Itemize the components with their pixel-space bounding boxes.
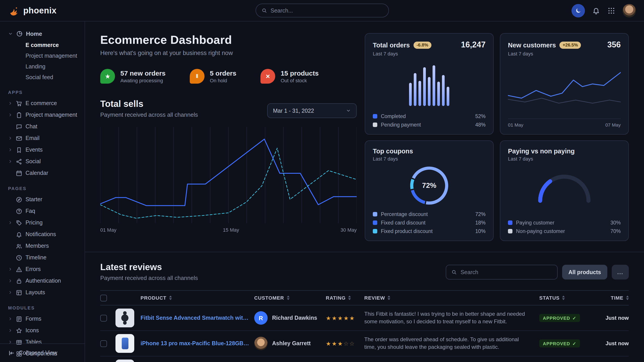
total-sells-chart: 01 May 15 May 30 May [100,127,357,235]
date-range-select[interactable]: Mar 1 - 31, 2022 [267,103,357,118]
user-avatar[interactable] [622,4,636,17]
card-title: Total orders [373,41,410,48]
collapsed-view-toggle[interactable]: Collapsed View [0,343,84,362]
donut-center-value: 72% [408,165,450,206]
column-header-time[interactable]: TIME [590,295,629,301]
sidebar-item-layouts[interactable]: Layouts [0,287,84,298]
sidebar-item-errors[interactable]: Errors [0,263,84,275]
search-icon [261,7,267,13]
column-header-product[interactable]: PRODUCT [116,295,254,301]
sidebar-home-label: Home [26,30,42,37]
select-all-checkbox[interactable] [100,295,107,301]
sort-icon [562,296,565,300]
sidebar-item-email[interactable]: Email [0,132,84,144]
column-header-customer[interactable]: CUSTOMER [254,295,326,301]
sidebar-item-e-commerce[interactable]: E commerce [0,97,84,109]
sidebar-item-calendar[interactable]: Calendar [0,167,84,179]
sidebar-item-label: Layouts [26,289,45,296]
card-title: Paying vs non paying [508,148,575,155]
chevron-spacer [8,244,12,248]
paying-gauge-chart [531,166,598,205]
watch-image [121,314,128,322]
legend-item: Pending payment 48% [373,122,486,127]
chevron-right-icon [8,113,12,117]
sidebar-item-authentication[interactable]: Authentication [0,275,84,287]
stat-label: On hold [210,78,236,83]
all-products-button[interactable]: All products [562,265,607,280]
stat-label: Out of stock [280,78,319,83]
sidebar-item-forms[interactable]: Forms [0,313,84,325]
legend-item: Fixed card discount 18% [373,220,486,225]
card-period: Last 7 days [508,156,621,161]
brand-logo[interactable]: phoenix [8,5,56,16]
clipboard-icon [16,112,22,118]
sidebar-item-icons[interactable]: Icons [0,325,84,336]
sidebar-item-project-management[interactable]: Project management [0,109,84,121]
form-icon [16,316,22,322]
sidebar-item-home[interactable]: Home [0,28,84,40]
column-header-status[interactable]: STATUS [539,295,590,301]
search-input[interactable] [270,7,383,14]
sidebar-item-events[interactable]: Events [0,144,84,156]
latest-reviews-section: Latest reviews Payment received across a… [85,252,644,362]
apps-grid-icon[interactable] [607,6,615,14]
notifications-bell-icon[interactable] [592,6,600,14]
sidebar-item-label: Members [26,243,49,249]
product-link[interactable]: iPhone 13 pro max-Pacific Blue-128GB sto… [140,340,250,347]
legend-swatch [373,114,377,118]
orders-bar-chart [373,56,486,110]
column-header-review[interactable]: REVIEW [364,295,539,301]
chevron-spacer [8,232,12,237]
legend-value: 48% [475,122,486,127]
row-checkbox[interactable] [100,340,107,347]
card-title: Top coupons [373,148,413,155]
reviews-table: PRODUCTCUSTOMERRATINGREVIEWSTATUSTIME Fi… [100,290,629,362]
star-stat-icon: ★ [100,69,115,84]
sidebar-subitem-landing[interactable]: Landing [0,61,84,72]
sidebar-item-faq[interactable]: Faq [0,205,84,217]
theme-toggle-button[interactable] [572,4,585,17]
legend-label: Non-paying customer [516,229,565,234]
sidebar-item-label: E commerce [26,100,57,106]
legend-value: 10% [475,229,486,234]
sidebar-item-members[interactable]: Members [0,240,84,252]
chevron-right-icon [8,159,12,164]
row-checkbox[interactable] [100,315,107,321]
table-header-row: PRODUCTCUSTOMERRATINGREVIEWSTATUSTIME [100,290,629,306]
column-header-rating[interactable]: RATING [326,295,364,301]
page-title: Ecommerce Dashboard [100,33,357,47]
sidebar-subitem-project-management[interactable]: Project management [0,50,84,61]
collapsed-view-label: Collapsed View [19,350,57,356]
star-icon [16,327,22,334]
product-link[interactable]: Fitbit Sense Advanced Smartwatch with To… [140,315,250,321]
coupons-donut-chart: 72% [408,165,450,206]
sidebar-item-label: Pricing [26,220,42,226]
sidebar-item-social[interactable]: Social [0,156,84,167]
sidebar-item-pricing[interactable]: Pricing [0,217,84,229]
reviews-search-input[interactable] [460,269,552,275]
chevron-down-icon [8,31,13,36]
legend-label: Pending payment [381,122,421,127]
card-period: Last 7 days [373,156,486,161]
customer-avatar [254,337,268,350]
sidebar-item-label: Authentication [26,278,61,284]
sidebar-subitem-social-feed[interactable]: Social feed [0,72,84,83]
table-row: iPhone 13 pro max-Pacific Blue-128GB sto… [100,331,629,357]
sidebar-subitem-e-commerce[interactable]: E commerce [0,40,84,50]
legend-label: Percentage discount [381,212,428,217]
new-customers-card: New customers +26.5% 356 Last 7 days 01 … [500,33,629,135]
card-title: New customers [508,41,556,48]
status-badge: APPROVED ✓ [539,314,580,322]
customer-avatar: R [254,311,268,325]
sidebar-item-timeline[interactable]: Timeline [0,252,84,263]
sidebar-item-notifications[interactable]: Notifications [0,229,84,240]
sidebar-item-label: Icons [26,327,39,334]
sidebar-item-starter[interactable]: Starter [0,194,84,205]
pie-chart-icon [16,30,23,37]
table-row [100,357,629,362]
main-content: Ecommerce Dashboard Here's what's going … [85,21,644,362]
chevron-right-icon [8,279,12,283]
more-options-button[interactable]: ... [612,265,629,280]
global-search [255,3,389,17]
sidebar-item-chat[interactable]: Chat [0,121,84,132]
